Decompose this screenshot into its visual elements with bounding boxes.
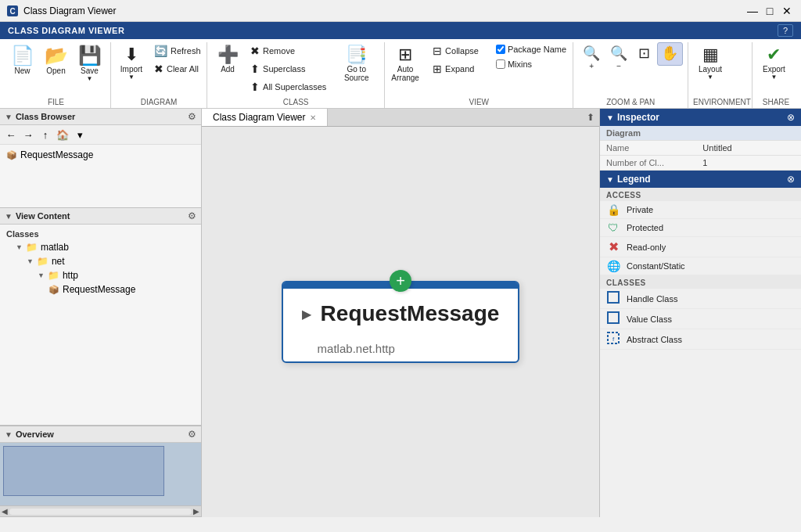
tree-item-requestmessage[interactable]: 📦 RequestMessage (3, 282, 198, 297)
class-node-package: matlab.net.http (283, 342, 519, 361)
superclass-button[interactable]: ⬆ Superclass (245, 60, 332, 77)
legend-title: Legend (617, 174, 784, 185)
class-node-expand-icon[interactable]: ▶ (302, 307, 311, 322)
svg-rect-3 (608, 312, 619, 323)
class-node-requestmessage[interactable]: + ▶ RequestMessage matlab.net.http (282, 281, 520, 363)
svg-text:f: f (612, 336, 615, 343)
app-title: Class Diagram Viewer (23, 5, 116, 16)
export-button[interactable]: ✔ Export ▼ (757, 42, 791, 84)
hscroll-left-icon[interactable]: ◀ (2, 507, 8, 516)
zoomin-button[interactable]: 🔍 + (578, 42, 604, 74)
net-arrow-icon: ▼ (27, 257, 34, 265)
overview-header[interactable]: ▼ Overview ⚙ (0, 426, 201, 443)
private-icon: 🔒 (606, 203, 620, 216)
close-button[interactable]: ✕ (779, 3, 795, 19)
inspector-header: ▼ Inspector ⊗ (600, 109, 801, 126)
overview-canvas (0, 443, 201, 505)
layout-button[interactable]: ▦ Layout ▼ (693, 42, 727, 84)
view-content-title: View Content (16, 211, 185, 221)
save-dropdown-icon: ▼ (87, 75, 93, 82)
save-icon: 💾 (78, 46, 102, 65)
view-content-header[interactable]: ▼ View Content ⚙ (0, 208, 201, 225)
inspector-table: Diagram Name Untitled Number of Cl... 1 (600, 126, 801, 171)
zoomout-button[interactable]: 🔍 − (606, 42, 632, 74)
zoomout-icon: 🔍 (610, 46, 627, 60)
minimize-button[interactable]: — (745, 3, 760, 19)
zoomfit-button[interactable]: ⊡ (634, 42, 656, 66)
gotosource-button[interactable]: 📑 Go to Source (333, 42, 379, 86)
import-dropdown-icon: ▼ (128, 74, 135, 81)
tab-bar-empty (328, 109, 582, 126)
legend-item-constantstatic: 🌐 Constant/Static (600, 257, 801, 275)
ribbon-group-environment: ▦ Layout ▼ ENVIRONMENT (688, 42, 753, 108)
ribbon-group-class: ➕ Add ✖ Remove ⬆ Superclass ⬆ All Superc… (207, 42, 385, 108)
handleclass-icon (606, 291, 620, 306)
browser-home-button[interactable]: 🏠 (55, 127, 70, 142)
superclass-icon: ⬆ (250, 63, 260, 75)
hscroll-right-icon[interactable]: ▶ (193, 507, 199, 516)
class-browser-collapse-icon: ▼ (5, 113, 13, 121)
http-folder-icon: 📁 (48, 270, 59, 281)
app-icon: C (6, 5, 19, 17)
requestmessage-class-icon: 📦 (6, 150, 17, 160)
collapse-icon: ⊟ (433, 45, 442, 57)
remove-button[interactable]: ✖ Remove (245, 42, 332, 59)
legend-item-readonly: ✖ Read-only (600, 237, 801, 257)
clearall-button[interactable]: ✖ Clear All (149, 60, 207, 77)
tab-maximize-icon[interactable]: ⬆ (582, 109, 599, 126)
browser-up-button[interactable]: ↑ (38, 127, 53, 142)
mixins-checkbox[interactable]: Mixins (490, 57, 572, 71)
tree-item-net[interactable]: ▼ 📁 net (3, 254, 198, 268)
add-class-button[interactable]: + (390, 270, 411, 292)
diagram-canvas[interactable]: + ▶ RequestMessage matlab.net.http (202, 127, 599, 517)
view-content-settings-icon[interactable]: ⚙ (188, 210, 196, 221)
class-browser-item-requestmessage[interactable]: 📦 RequestMessage (3, 148, 198, 162)
legend-header: ▼ Legend ⊗ (600, 171, 801, 188)
svg-rect-2 (608, 292, 619, 303)
view-content-section: ▼ View Content ⚙ Classes ▼ 📁 matlab ▼ 📁 … (0, 208, 201, 426)
hscroll-track (9, 509, 192, 515)
pan-button[interactable]: ✋ (657, 42, 683, 66)
class-browser-section: ▼ Class Browser ⚙ ← → ↑ 🏠 ▾ 📦 RequestMes… (0, 109, 201, 208)
readonly-icon: ✖ (606, 239, 620, 254)
legend-content: ACCESS 🔒 Private 🛡 Protected ✖ Read-only… (600, 188, 801, 517)
packagename-checkbox[interactable]: Package Name (490, 42, 572, 56)
new-button[interactable]: 📄 New (6, 42, 38, 79)
import-icon: ⬇ (124, 46, 138, 63)
legend-close-icon[interactable]: ⊗ (787, 174, 795, 185)
left-panel: ▼ Class Browser ⚙ ← → ↑ 🏠 ▾ 📦 RequestMes… (0, 109, 202, 517)
add-button[interactable]: ➕ Add (212, 42, 243, 77)
legend-access-title: ACCESS (600, 188, 801, 201)
import-button[interactable]: ⬇ Import ▼ (116, 42, 147, 84)
tree-item-matlab[interactable]: ▼ 📁 matlab (3, 240, 198, 254)
open-button[interactable]: 📂 Open (40, 42, 72, 79)
class-browser-toolbar: ← → ↑ 🏠 ▾ (0, 125, 201, 145)
browser-view-button[interactable]: ▾ (72, 127, 88, 142)
diagram-tab[interactable]: Class Diagram Viewer ✕ (202, 109, 328, 126)
allsuperclasses-button[interactable]: ⬆ All Superclasses (245, 78, 332, 95)
clearall-icon: ✖ (154, 63, 163, 75)
class-browser-settings-icon[interactable]: ⚙ (188, 111, 196, 122)
browser-fwd-button[interactable]: → (20, 127, 36, 142)
constantstatic-icon: 🌐 (606, 260, 620, 272)
overview-settings-icon[interactable]: ⚙ (188, 429, 196, 440)
collapse-button[interactable]: ⊟ Collapse (427, 42, 484, 59)
overview-title: Overview (16, 430, 185, 439)
save-button[interactable]: 💾 Save ▼ (74, 42, 106, 86)
tree-item-http[interactable]: ▼ 📁 http (3, 268, 198, 282)
app-tab-label: CLASS DIAGRAM VIEWER (8, 26, 124, 35)
legend-classes-title: CLASSES (600, 275, 801, 289)
inspector-close-icon[interactable]: ⊗ (787, 112, 795, 123)
ribbon-group-file: 📄 New 📂 Open 💾 Save ▼ FILE (2, 42, 111, 108)
main-area: ▼ Class Browser ⚙ ← → ↑ 🏠 ▾ 📦 RequestMes… (0, 109, 801, 517)
help-button[interactable]: ? (778, 24, 793, 37)
autoarrange-button[interactable]: ⊞ AutoArrange (390, 42, 421, 86)
maximize-button[interactable]: □ (762, 3, 778, 19)
class-browser-header[interactable]: ▼ Class Browser ⚙ (0, 109, 201, 125)
browser-back-button[interactable]: ← (3, 127, 19, 142)
refresh-button[interactable]: 🔄 Refresh (149, 42, 207, 59)
inspector-collapse-icon: ▼ (606, 113, 614, 122)
diagram-tab-close-icon[interactable]: ✕ (310, 113, 316, 122)
expand-button[interactable]: ⊞ Expand (427, 60, 484, 77)
protected-icon: 🛡 (606, 221, 620, 234)
